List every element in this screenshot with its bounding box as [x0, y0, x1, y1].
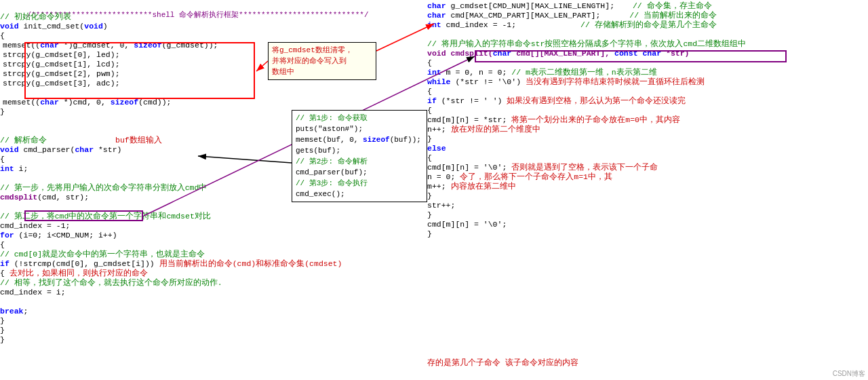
red-highlight-init [24, 42, 255, 99]
annotation-gcmdset: 将g_cmdset数组清零，并将对应的命令写入到数组中 [268, 42, 376, 80]
annotation-steps: // 第1步: 命令获取 puts("aston#"); memset(buf,… [292, 110, 427, 202]
init-sig: void init_cmd_set(void) [0, 22, 218, 31]
parse-sig: void cmd_parser(char *str) [0, 145, 342, 155]
parse-comment: // 解析命令 [0, 136, 342, 145]
var-line3: int cmd_index = -1; // 存储解析到的命令是第几个主命令 [427, 20, 717, 30]
purple-highlight-cmdsplit [24, 210, 143, 221]
parse-brace1: { [0, 155, 342, 164]
init-comment: // 初始化命令列表 [0, 12, 218, 22]
init-line6: memset((char *)cmd, 0, sizeof(cmd)); [3, 98, 218, 107]
init-brace-close: } [0, 107, 218, 117]
var-line1: char g_cmdset[CMD_NUM][MAX_LINE_LENGTH];… [427, 1, 717, 11]
buf-label: buf数组输入 [115, 136, 162, 145]
purple-highlight-sig [475, 50, 787, 62]
bottom-annotation: 存的是第几个子命令 该子命令对应的内容 [427, 358, 578, 368]
split-comment: // 将用户输入的字符串命令str按照空格分隔成多个字符串，依次放入cmd二维数… [427, 39, 746, 49]
var-line2: char cmd[MAX_CMD_PART][MAX_LEN_PART]; //… [427, 11, 717, 20]
watermark: CSDN博客 [833, 369, 865, 379]
code-area: /***************************shell 命令解析执行… [0, 0, 868, 380]
init-brace-open: { [0, 31, 218, 41]
